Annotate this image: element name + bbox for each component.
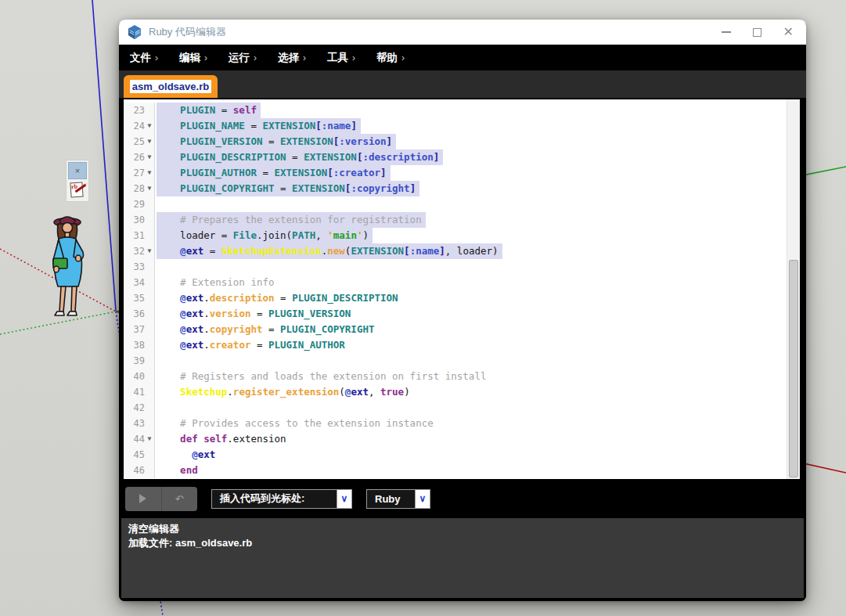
line-number: 46 (124, 463, 155, 478)
token-ivar: ext (186, 292, 204, 304)
code-line-text: # Extension info (155, 275, 275, 290)
fold-arrow-icon[interactable]: ▼ (146, 431, 153, 447)
token-cls: Sketchup (180, 386, 227, 398)
fold-arrow-icon[interactable]: ▼ (146, 243, 153, 259)
menu-item-6[interactable]: 帮助› (376, 51, 405, 65)
maximize-button[interactable] (753, 28, 761, 37)
token-const: EXTENSION (275, 167, 328, 178)
code-line: 45 @ext (124, 447, 800, 463)
token-const: EXTENSION (262, 120, 315, 131)
line-number: 37 (124, 322, 155, 337)
token-strq: ' (327, 229, 333, 241)
token-const: PLUGIN_VERSION (180, 135, 262, 147)
token-plain: . (227, 386, 233, 398)
fold-arrow-icon[interactable]: ▼ (146, 165, 153, 181)
line-number: 39 (124, 353, 155, 369)
token-const: PLUGIN_COPYRIGHT (180, 182, 274, 194)
minimize-button[interactable] (722, 31, 731, 33)
ruby-editor-mini-toolbar: × rb (66, 160, 89, 202)
line-number: 38 (124, 337, 155, 353)
undo-icon: ↶ (175, 493, 184, 505)
token-plain (157, 339, 180, 351)
token-plain: ( (339, 386, 345, 398)
token-br: [ (327, 167, 333, 178)
token-br: ] (351, 120, 357, 131)
run-button[interactable] (125, 487, 161, 511)
insert-code-dropdown[interactable]: 插入代码到光标处: ∨ (211, 489, 352, 509)
token-const: PLUGIN_VERSION (268, 308, 351, 319)
token-plain: . (203, 308, 210, 319)
editor-controls-bar: ↶ 插入代码到光标处: ∨ Ruby ∨ (119, 479, 806, 518)
token-ivar: ext (198, 448, 216, 460)
code-line: 28▼ PLUGIN_COPYRIGHT = EXTENSION[:copyri… (124, 181, 800, 196)
code-line: 35 @ext.description = PLUGIN_DESCRIPTION (124, 290, 800, 306)
menu-arrow-icon: › (155, 52, 158, 63)
token-const: PLUGIN_NAME (180, 120, 245, 131)
fold-arrow-icon[interactable]: ▼ (146, 149, 153, 165)
token-plain: = (262, 323, 280, 335)
token-comment: # Provides access to the extension insta… (180, 417, 434, 429)
tab-asm-oldsave[interactable]: asm_oldsave.rb (124, 75, 218, 98)
code-line-text: # Prepares the extension for registratio… (155, 212, 426, 228)
token-const: PLUGIN_AUTHOR (180, 167, 257, 178)
fold-arrow-icon[interactable]: ▼ (146, 181, 153, 196)
menu-bar: 文件›编辑›运行›选择›工具›帮助› (119, 45, 806, 70)
token-meth: description (210, 292, 275, 304)
token-plain: .extension (227, 433, 286, 445)
selection-highlight: # Prepares the extension for registratio… (157, 212, 426, 228)
token-plain (157, 323, 180, 335)
line-number: 36 (124, 306, 155, 322)
code-line-text (155, 400, 157, 416)
scrollbar-thumb[interactable] (789, 260, 798, 477)
mini-toolbar-close-icon[interactable]: × (68, 162, 87, 179)
selection-highlight: @ext = SketchupExtension.new(EXTENSION[:… (157, 243, 502, 259)
token-plain (157, 448, 192, 460)
token-plain (157, 370, 180, 382)
token-plain: .join( (257, 229, 292, 241)
code-line: 33 (124, 259, 800, 275)
code-line-text: PLUGIN_NAME = EXTENSION[:name] (155, 118, 361, 134)
code-line-text: loader = File.join(PATH, 'main') (155, 228, 373, 243)
selection-highlight: PLUGIN_DESCRIPTION = EXTENSION[:descript… (157, 149, 443, 165)
chevron-down-icon: ∨ (341, 494, 348, 503)
menu-item-2[interactable]: 编辑› (179, 51, 207, 65)
menu-arrow-icon: › (352, 52, 355, 63)
token-at: @ (180, 323, 186, 335)
token-plain: , (369, 386, 380, 398)
token-const: PLUGIN_COPYRIGHT (280, 323, 374, 335)
token-ivar: ext (351, 386, 369, 398)
line-number: 27▼ (124, 165, 155, 181)
undo-button[interactable]: ↶ (161, 487, 198, 511)
code-line-text: @ext (155, 447, 215, 463)
code-line-text: @ext.version = PLUGIN_VERSION (155, 306, 351, 322)
editor-scrollbar[interactable] (787, 99, 800, 479)
token-at: @ (180, 339, 186, 351)
menu-item-3[interactable]: 运行› (229, 51, 257, 65)
menu-arrow-icon: › (204, 52, 207, 63)
code-line-text: PLUGIN = self (155, 103, 261, 118)
selection-highlight: PLUGIN_NAME = EXTENSION[:name] (157, 118, 361, 134)
menu-item-4[interactable]: 选择› (278, 51, 306, 65)
code-line-text: @ext.description = PLUGIN_DESCRIPTION (155, 290, 398, 306)
token-plain: = (286, 151, 304, 163)
token-br: [ (404, 245, 410, 257)
menu-item-1[interactable]: 文件› (130, 51, 158, 65)
language-dropdown[interactable]: Ruby ∨ (366, 489, 430, 509)
menu-arrow-icon: › (401, 52, 405, 63)
token-plain (157, 276, 180, 288)
fold-arrow-icon[interactable]: ▼ (146, 118, 153, 134)
close-button[interactable]: ✕ (783, 27, 794, 37)
line-number: 32▼ (124, 243, 155, 259)
menu-item-5[interactable]: 工具› (327, 51, 355, 65)
ruby-editor-toolbar-button[interactable]: rb (68, 181, 87, 200)
token-sym: :creator (333, 167, 380, 178)
fold-arrow-icon[interactable]: ▼ (146, 134, 153, 149)
token-sym: :name (322, 120, 351, 131)
line-number: 44▼ (124, 431, 155, 447)
code-editor[interactable]: 23 PLUGIN = self24▼ PLUGIN_NAME = EXTENS… (124, 99, 800, 479)
line-number: 25▼ (124, 134, 155, 149)
token-plain: ) (362, 229, 369, 241)
window-titlebar[interactable]: Ruby 代码编辑器 ✕ (119, 20, 806, 45)
code-line: 40 # Registers and loads the extension o… (124, 369, 800, 384)
token-plain (157, 292, 180, 304)
